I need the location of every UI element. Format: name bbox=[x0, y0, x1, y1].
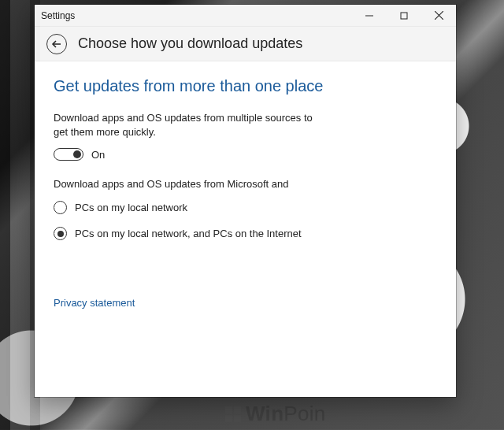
maximize-button[interactable] bbox=[387, 5, 421, 27]
watermark-text: WinPoin bbox=[246, 402, 326, 426]
settings-window: Settings bbox=[35, 5, 456, 397]
section-heading: Get updates from more than one place bbox=[54, 77, 437, 95]
radio-icon bbox=[54, 201, 67, 214]
radio-icon bbox=[54, 227, 67, 240]
close-button[interactable] bbox=[421, 5, 456, 27]
svg-rect-1 bbox=[401, 13, 407, 19]
toggle-thumb-icon bbox=[73, 150, 81, 158]
watermark: WinPoin bbox=[225, 402, 326, 426]
radio-option-internet[interactable]: PCs on my local network, and PCs on the … bbox=[54, 227, 437, 240]
updates-toggle[interactable] bbox=[54, 148, 83, 161]
winpoin-logo-icon bbox=[225, 406, 241, 422]
section-description: Download apps and OS updates from multip… bbox=[54, 111, 321, 139]
toggle-row: On bbox=[54, 148, 437, 161]
page-title: Choose how you download updates bbox=[78, 35, 302, 52]
desktop-background: WinPoin Settings bbox=[0, 0, 504, 430]
titlebar: Settings bbox=[35, 5, 456, 27]
header: Choose how you download updates bbox=[35, 27, 456, 61]
radio-label: PCs on my local network bbox=[75, 202, 187, 213]
minimize-button[interactable] bbox=[352, 5, 387, 27]
window-title: Settings bbox=[35, 10, 75, 21]
radio-option-local[interactable]: PCs on my local network bbox=[54, 201, 437, 214]
radio-label: PCs on my local network, and PCs on the … bbox=[75, 228, 302, 239]
content-area: Get updates from more than one place Dow… bbox=[35, 61, 456, 397]
sub-description: Download apps and OS updates from Micros… bbox=[54, 178, 437, 190]
toggle-label: On bbox=[91, 149, 105, 161]
privacy-statement-link[interactable]: Privacy statement bbox=[54, 297, 135, 309]
back-button[interactable] bbox=[46, 34, 67, 54]
